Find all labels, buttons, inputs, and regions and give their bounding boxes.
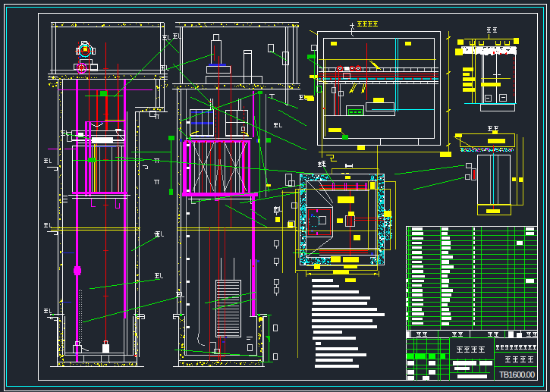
svg-text:TB1600.00: TB1600.00 [499, 370, 535, 379]
